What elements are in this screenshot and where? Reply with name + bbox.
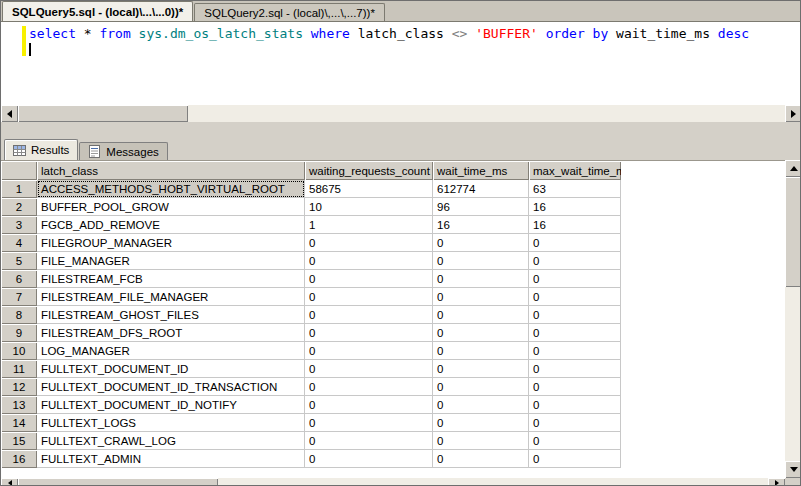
grid-cell[interactable]: 612774	[433, 180, 529, 198]
grid-cell[interactable]: FULLTEXT_DOCUMENT_ID	[37, 360, 305, 378]
scroll-thumb[interactable]	[785, 177, 801, 287]
row-number-cell[interactable]: 15	[1, 432, 37, 450]
grid-cell[interactable]: 0	[305, 450, 433, 468]
grid-cell[interactable]: 0	[433, 432, 529, 450]
grid-cell[interactable]: 0	[305, 396, 433, 414]
scroll-track[interactable]	[18, 478, 768, 486]
grid-cell[interactable]: 0	[433, 252, 529, 270]
grid-cell[interactable]: 0	[305, 252, 433, 270]
grid-cell[interactable]: 0	[529, 378, 621, 396]
grid-cell[interactable]: 0	[433, 360, 529, 378]
row-number-cell[interactable]: 1	[1, 180, 37, 198]
grid-cell[interactable]: 0	[433, 324, 529, 342]
grid-cell[interactable]: 0	[305, 270, 433, 288]
grid-cell[interactable]: 0	[529, 234, 621, 252]
scroll-right-button[interactable]	[785, 105, 801, 122]
grid-cell[interactable]: 0	[433, 234, 529, 252]
row-number-cell[interactable]: 5	[1, 252, 37, 270]
results-vertical-scrollbar[interactable]	[785, 160, 801, 478]
grid-cell[interactable]: FILESTREAM_GHOST_FILES	[37, 306, 305, 324]
results-horizontal-scrollbar[interactable]	[1, 478, 785, 486]
scroll-down-button[interactable]	[785, 461, 801, 478]
grid-cell[interactable]: 0	[529, 432, 621, 450]
grid-cell[interactable]: FULLTEXT_ADMIN	[37, 450, 305, 468]
grid-cell[interactable]: 0	[305, 288, 433, 306]
row-number-cell[interactable]: 6	[1, 270, 37, 288]
grid-cell[interactable]: 16	[433, 216, 529, 234]
grid-cell[interactable]: 0	[529, 414, 621, 432]
scroll-track[interactable]	[785, 177, 801, 461]
tab-results[interactable]: Results	[4, 139, 78, 160]
grid-cell[interactable]: FILESTREAM_FCB	[37, 270, 305, 288]
grid-cell[interactable]: 16	[529, 216, 621, 234]
grid-cell[interactable]: FILESTREAM_DFS_ROOT	[37, 324, 305, 342]
scroll-thumb[interactable]	[18, 478, 218, 486]
grid-cell[interactable]: 96	[433, 198, 529, 216]
grid-cell[interactable]: 16	[529, 198, 621, 216]
row-number-cell[interactable]: 4	[1, 234, 37, 252]
tab-messages[interactable]: Messages	[79, 142, 167, 160]
grid-cell[interactable]: 0	[529, 288, 621, 306]
grid-cell[interactable]: 0	[433, 270, 529, 288]
grid-cell[interactable]: 0	[529, 252, 621, 270]
grid-cell[interactable]: 1	[305, 216, 433, 234]
grid-cell[interactable]: FILESTREAM_FILE_MANAGER	[37, 288, 305, 306]
grid-cell[interactable]: 0	[433, 306, 529, 324]
grid-cell[interactable]: 0	[529, 270, 621, 288]
scroll-left-button[interactable]	[1, 478, 18, 486]
grid-cell[interactable]: FULLTEXT_DOCUMENT_ID_NOTIFY	[37, 396, 305, 414]
scroll-right-button[interactable]	[768, 478, 785, 486]
grid-cell[interactable]: 10	[305, 198, 433, 216]
grid-cell[interactable]: 58675	[305, 180, 433, 198]
row-number-cell[interactable]: 8	[1, 306, 37, 324]
grid-cell[interactable]: 63	[529, 180, 621, 198]
grid-cell[interactable]: 0	[529, 360, 621, 378]
grid-cell[interactable]: 0	[529, 396, 621, 414]
column-header-waiting_requests_count[interactable]: waiting_requests_count	[305, 161, 433, 180]
grid-cell[interactable]: 0	[305, 324, 433, 342]
grid-cell[interactable]: FILEGROUP_MANAGER	[37, 234, 305, 252]
grid-cell[interactable]: LOG_MANAGER	[37, 342, 305, 360]
grid-cell[interactable]: 0	[305, 234, 433, 252]
sql-editor[interactable]: select * from sys.dm_os_latch_stats wher…	[1, 22, 801, 105]
column-header-max_wait_time_ms[interactable]: max_wait_time_ms	[529, 161, 621, 180]
grid-cell[interactable]: 0	[433, 414, 529, 432]
grid-cell[interactable]: 0	[305, 378, 433, 396]
grid-cell[interactable]: 0	[305, 414, 433, 432]
pane-splitter[interactable]	[1, 122, 800, 138]
grid-cell[interactable]: FULLTEXT_DOCUMENT_ID_TRANSACTION	[37, 378, 305, 396]
grid-cell[interactable]: 0	[529, 324, 621, 342]
grid-cell[interactable]: ACCESS_METHODS_HOBT_VIRTUAL_ROOT	[37, 180, 305, 198]
grid-cell[interactable]: 0	[433, 378, 529, 396]
grid-cell[interactable]: 0	[529, 342, 621, 360]
column-header-latch_class[interactable]: latch_class	[37, 161, 305, 180]
grid-cell[interactable]: 0	[305, 360, 433, 378]
grid-cell[interactable]: FGCB_ADD_REMOVE	[37, 216, 305, 234]
row-number-cell[interactable]: 3	[1, 216, 37, 234]
grid-cell[interactable]: 0	[305, 432, 433, 450]
row-number-cell[interactable]: 12	[1, 378, 37, 396]
grid-cell[interactable]: FILE_MANAGER	[37, 252, 305, 270]
grid-cell[interactable]: 0	[305, 306, 433, 324]
row-number-cell[interactable]: 2	[1, 198, 37, 216]
row-number-cell[interactable]: 10	[1, 342, 37, 360]
row-number-cell[interactable]: 11	[1, 360, 37, 378]
scroll-up-button[interactable]	[785, 160, 801, 177]
scroll-track[interactable]	[18, 105, 785, 122]
grid-cell[interactable]: 0	[433, 396, 529, 414]
grid-cell[interactable]: FULLTEXT_LOGS	[37, 414, 305, 432]
scroll-thumb[interactable]	[18, 105, 188, 122]
row-number-cell[interactable]: 14	[1, 414, 37, 432]
row-number-header[interactable]	[1, 161, 37, 180]
grid-cell[interactable]: 0	[529, 450, 621, 468]
row-number-cell[interactable]: 16	[1, 450, 37, 468]
column-header-wait_time_ms[interactable]: wait_time_ms	[433, 161, 529, 180]
row-number-cell[interactable]: 13	[1, 396, 37, 414]
row-number-cell[interactable]: 7	[1, 288, 37, 306]
grid-cell[interactable]: FULLTEXT_CRAWL_LOG	[37, 432, 305, 450]
tab-sqlquery5[interactable]: SQLQuery5.sql - (local)\...\...0))*	[2, 1, 193, 21]
grid-cell[interactable]: BUFFER_POOL_GROW	[37, 198, 305, 216]
grid-cell[interactable]: 0	[433, 342, 529, 360]
editor-horizontal-scrollbar[interactable]	[1, 105, 801, 122]
grid-cell[interactable]: 0	[433, 450, 529, 468]
